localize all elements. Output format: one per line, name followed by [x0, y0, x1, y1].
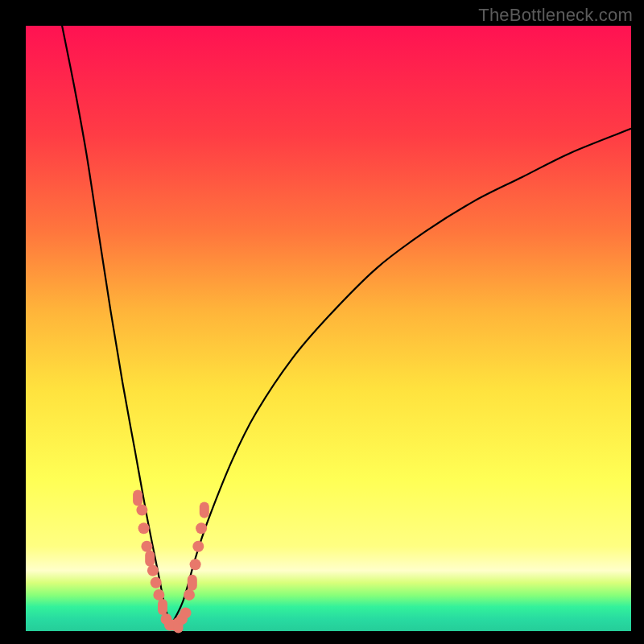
cluster-dot: [153, 589, 164, 601]
cluster-pill: [158, 599, 167, 615]
cluster-pill: [188, 575, 197, 591]
curve-right: [171, 129, 631, 625]
plot-area: [26, 26, 631, 631]
cluster-dot: [136, 505, 147, 516]
cluster-dot: [196, 522, 207, 534]
curve-left: [62, 26, 171, 625]
cluster-pill: [145, 551, 155, 567]
watermark-text: TheBottleneck.com: [478, 5, 633, 26]
chart-frame: TheBottleneck.com: [0, 0, 644, 644]
cluster-dot: [141, 541, 152, 552]
cluster-markers: [133, 490, 209, 634]
cluster-dot: [192, 541, 204, 552]
cluster-dot: [138, 522, 150, 534]
cluster-dot: [190, 559, 201, 570]
cluster-pill: [200, 502, 209, 518]
cluster-dot: [180, 607, 192, 618]
cluster-dot: [147, 565, 159, 576]
cluster-dot: [151, 577, 162, 588]
cluster-pill: [133, 490, 142, 506]
curve-layer: [26, 26, 631, 631]
cluster-dot: [184, 589, 195, 601]
